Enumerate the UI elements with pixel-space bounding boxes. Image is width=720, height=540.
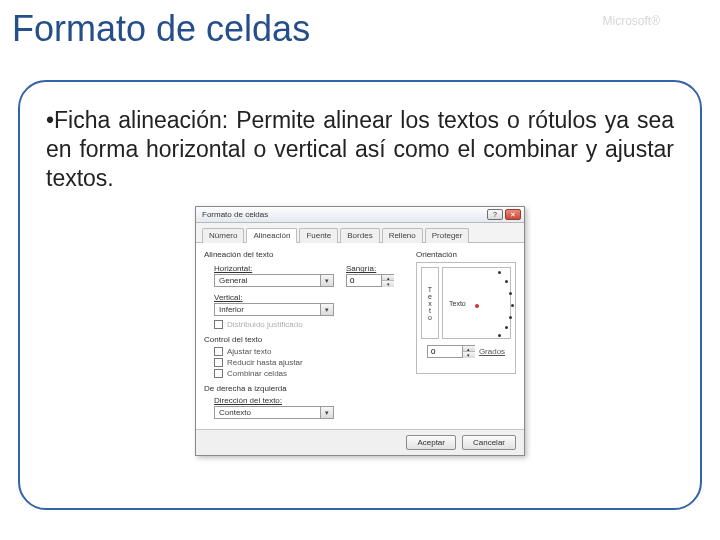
- window-buttons: ? ✕: [487, 209, 521, 220]
- sangria-label: Sangría:: [346, 264, 394, 273]
- spin-down-icon[interactable]: ▾: [382, 281, 394, 287]
- dial-dot: [498, 334, 501, 337]
- dial-text: Texto: [449, 300, 466, 307]
- horizontal-label: Horizontal:: [214, 264, 334, 273]
- orientation-label: Orientación: [416, 250, 516, 259]
- grados-stepper[interactable]: ▴ ▾: [427, 345, 475, 358]
- vertical-label: Vertical:: [214, 293, 408, 302]
- dial-dot: [505, 326, 508, 329]
- dial-dot: [505, 280, 508, 283]
- grados-input[interactable]: [428, 346, 462, 357]
- vertical-value: Inferior: [219, 305, 244, 314]
- help-button[interactable]: ?: [487, 209, 503, 220]
- close-button[interactable]: ✕: [505, 209, 521, 220]
- cancel-button[interactable]: Cancelar: [462, 435, 516, 450]
- control-section-label: Control del texto: [204, 335, 408, 344]
- chevron-down-icon: ▾: [320, 304, 333, 315]
- horizontal-combo[interactable]: General ▾: [214, 274, 334, 287]
- chevron-down-icon: ▾: [320, 275, 333, 286]
- dialog-titlebar: Formato de celdas ? ✕: [196, 207, 524, 223]
- dir-combo[interactable]: Contexto ▾: [214, 406, 334, 419]
- dir-value: Contexto: [219, 408, 251, 417]
- dialog-title: Formato de celdas: [202, 210, 268, 219]
- ajustar-checkbox[interactable]: [214, 347, 223, 356]
- dialog-body: Alineación del texto Horizontal: General…: [196, 243, 524, 429]
- tab-bordes[interactable]: Bordes: [340, 228, 379, 243]
- combinar-label: Combinar celdas: [227, 369, 287, 378]
- grados-label: Grados: [479, 347, 505, 356]
- dist-just-checkbox[interactable]: [214, 320, 223, 329]
- orientation-dial[interactable]: Texto: [442, 267, 511, 339]
- dialog-footer: Aceptar Cancelar: [196, 429, 524, 455]
- dialog-wrap: Formato de celdas ? ✕ Número Alineación …: [46, 206, 674, 456]
- combinar-checkbox[interactable]: [214, 369, 223, 378]
- dial-indicator: [475, 304, 479, 308]
- vertical-combo[interactable]: Inferior ▾: [214, 303, 334, 316]
- dial-dot: [498, 271, 501, 274]
- spin-down-icon[interactable]: ▾: [463, 352, 475, 358]
- align-section-label: Alineación del texto: [204, 250, 408, 259]
- dial-dot: [511, 304, 514, 307]
- ajustar-label: Ajustar texto: [227, 347, 271, 356]
- right-column: Orientación Texto Texto: [416, 250, 516, 423]
- format-cells-dialog: Formato de celdas ? ✕ Número Alineación …: [195, 206, 525, 456]
- tab-numero[interactable]: Número: [202, 228, 244, 243]
- orientation-box: Texto Texto: [416, 262, 516, 374]
- dial-dot: [509, 292, 512, 295]
- brand-label: Microsoft®: [602, 14, 660, 28]
- dist-just-label: Distribuido justificado: [227, 320, 303, 329]
- tab-proteger[interactable]: Proteger: [425, 228, 470, 243]
- tab-relleno[interactable]: Relleno: [382, 228, 423, 243]
- bullet-text: •Ficha alineación: Permite alinear los t…: [46, 106, 674, 192]
- reducir-checkbox[interactable]: [214, 358, 223, 367]
- horizontal-value: General: [219, 276, 247, 285]
- vertical-text-preview[interactable]: Texto: [421, 267, 439, 339]
- content-panel: •Ficha alineación: Permite alinear los t…: [18, 80, 702, 510]
- tab-alineacion[interactable]: Alineación: [246, 228, 297, 243]
- sangria-stepper[interactable]: ▴ ▾: [346, 274, 394, 287]
- tab-fuente[interactable]: Fuente: [299, 228, 338, 243]
- tab-strip: Número Alineación Fuente Bordes Relleno …: [196, 223, 524, 243]
- dir-label: Dirección del texto:: [214, 396, 408, 405]
- page-title: Formato de celdas: [12, 8, 310, 50]
- left-column: Alineación del texto Horizontal: General…: [204, 250, 408, 423]
- dial-dot: [509, 316, 512, 319]
- rtl-section-label: De derecha a izquierda: [204, 384, 408, 393]
- reducir-label: Reducir hasta ajustar: [227, 358, 303, 367]
- accept-button[interactable]: Aceptar: [406, 435, 456, 450]
- chevron-down-icon: ▾: [320, 407, 333, 418]
- sangria-input[interactable]: [347, 275, 381, 286]
